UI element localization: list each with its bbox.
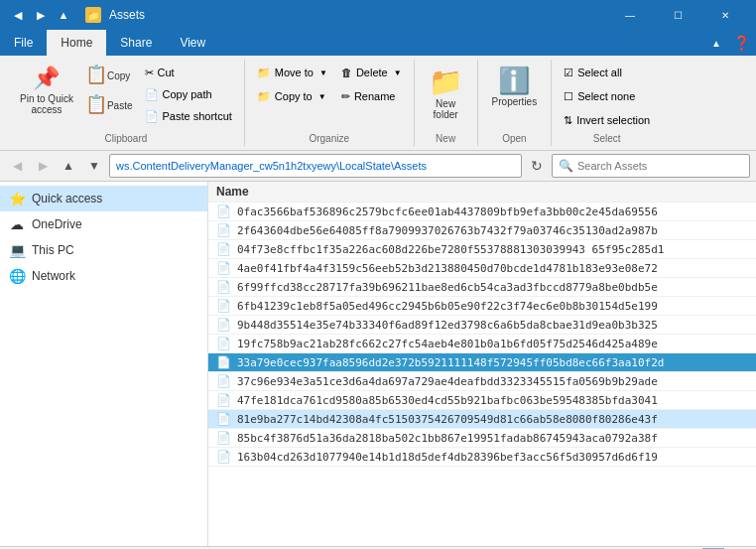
file-name: 33a79e0cec937faa8596dd2e372b5921111148f5… [237,356,664,369]
folder-icon: 📁 [429,66,463,98]
forward-button[interactable]: ▶ [32,155,54,177]
table-row[interactable]: 📄47fe181dca761cd9580a85b6530ed4cd55b921b… [208,391,756,410]
select-none-button[interactable]: ☐ Select none [558,85,656,107]
quick-access-back[interactable]: ◀ [8,5,28,25]
refresh-button[interactable]: ↻ [526,155,548,177]
copy-to-label: Copy to [275,90,313,102]
copy-button[interactable]: 📋 Copy [81,62,137,89]
copy-to-button[interactable]: 📁 Copy to ▼ [251,85,333,107]
copy-label: Copy [107,70,130,81]
paste-button[interactable]: 📋 Paste [81,91,137,119]
file-name: 6fb41239c1eb8f5a05ed496cc2945b6b05e90f22… [237,300,658,313]
file-icon: 📄 [216,261,231,275]
file-icon: 📄 [216,318,231,332]
file-icon: 📄 [216,450,231,464]
file-name: 04f73e8cffbc1f35a226ac608d226be7280f5537… [237,243,664,256]
ribbon-collapse[interactable]: ▲ [705,30,727,56]
file-icon: 📄 [216,374,231,388]
move-to-button[interactable]: 📁 Move to ▼ [251,62,333,83]
address-path: ws.ContentDeliveryManager_cw5n1h2txyewy\… [116,160,427,172]
pin-to-quick-access-button[interactable]: 📌 Pin to Quick access [14,62,79,119]
quick-access-forward[interactable]: ▶ [31,5,51,25]
rename-button[interactable]: ✏ Rename [335,85,408,107]
table-row[interactable]: 📄163b04cd263d1077940e14b1d18d5def4db2839… [208,448,756,467]
sidebar-item-this-pc[interactable]: 💻 This PC [0,237,207,263]
table-row[interactable]: 📄85bc4f3876d51a36da2818ba502c1bb867e1995… [208,429,756,448]
properties-label: Properties [492,96,538,107]
select-all-label: Select all [577,67,622,78]
file-name: 163b04cd263d1077940e14b1d18d5def4db28396… [237,451,658,464]
properties-button[interactable]: ℹ️ Properties [484,62,546,111]
table-row[interactable]: 📄6f99ffcd38cc28717fa39b696211bae8ed6cb54… [208,278,756,297]
table-row[interactable]: 📄9b448d35514e35e74b33340f6ad89f12ed3798c… [208,316,756,335]
this-pc-icon: 💻 [8,242,26,258]
ribbon: File Home Share View ▲ ❓ 📌 Pin to Quick … [0,30,756,151]
table-row[interactable]: 📄2f643604dbe56e64085ff8a7909937026763b74… [208,221,756,240]
table-row[interactable]: 📄37c96e934e3a51ce3d6a4da697a729ae4deafbd… [208,372,756,391]
file-icon: 📄 [216,223,231,237]
file-list-header: Name [208,182,756,203]
file-name: 81e9ba277c14bd42308a4fc5150375426709549d… [237,413,658,426]
back-button[interactable]: ◀ [6,155,28,177]
delete-button[interactable]: 🗑 Delete ▼ [335,62,408,83]
quick-access-up[interactable]: ▲ [54,5,73,25]
title-bar-left: ◀ ▶ ▲ 📁 Assets [8,5,145,25]
help-button[interactable]: ❓ [727,30,756,56]
maximize-button[interactable]: ☐ [655,0,700,30]
table-row[interactable]: 📄81e9ba277c14bd42308a4fc5150375426709549… [208,410,756,429]
file-icon: 📄 [216,299,231,313]
recent-locations-button[interactable]: ▼ [83,155,105,177]
paste-shortcut-label: Paste shortcut [163,110,232,122]
paste-icon: 📋 [85,93,107,115]
invert-selection-button[interactable]: ⇅ Invert selection [558,109,656,131]
file-icon: 📄 [216,412,231,426]
tab-home[interactable]: Home [47,30,106,56]
tab-share[interactable]: Share [106,30,166,56]
file-icon: 📄 [216,337,231,350]
file-icon: 📄 [216,205,231,218]
search-box[interactable]: 🔍 [552,154,750,178]
address-bar: ◀ ▶ ▲ ▼ ws.ContentDeliveryManager_cw5n1h… [0,151,756,182]
open-buttons: ℹ️ Properties [484,62,546,131]
table-row[interactable]: 📄19fc758b9ac21ab28fc662c27fc54aeb4e801b0… [208,335,756,353]
file-icon: 📄 [216,393,231,407]
organize-group-label: Organize [309,133,349,144]
new-folder-button[interactable]: 📁 New folder [421,62,471,124]
minimize-button[interactable]: — [607,0,653,30]
address-box[interactable]: ws.ContentDeliveryManager_cw5n1h2txyewy\… [109,154,522,178]
ribbon-content: 📌 Pin to Quick access 📋 Copy 📋 Paste [0,56,756,150]
search-icon: 🔍 [559,159,573,173]
sidebar-item-quick-access[interactable]: ⭐ Quick access [0,186,207,211]
search-input[interactable] [577,160,743,172]
rename-icon: ✏ [341,90,350,103]
table-row[interactable]: 📄33a79e0cec937faa8596dd2e372b5921111148f… [208,353,756,372]
sidebar-this-pc-label: This PC [32,243,74,257]
table-row[interactable]: 📄6fb41239c1eb8f5a05ed496cc2945b6b05e90f2… [208,297,756,316]
table-row[interactable]: 📄0fac3566baf536896c2579bcfc6ee01ab443780… [208,203,756,221]
organize-group: 📁 Move to ▼ 📁 Copy to ▼ 🗑 Delete ▼ [245,60,415,146]
cut-button[interactable]: ✂ Cut [139,62,238,83]
select-none-label: Select none [577,90,635,102]
clipboard-buttons: 📌 Pin to Quick access 📋 Copy 📋 Paste [14,62,238,131]
sidebar: ⭐ Quick access ☁ OneDrive 💻 This PC 🌐 Ne… [0,182,208,546]
ribbon-tabs: File Home Share View ▲ ❓ [0,30,756,56]
paste-shortcut-button[interactable]: 📄 Paste shortcut [139,105,238,127]
table-row[interactable]: 📄4ae0f41fbf4a4f3159c56eeb52b3d213880450d… [208,259,756,278]
up-button[interactable]: ▲ [58,155,79,177]
file-name: 6f99ffcd38cc28717fa39b696211bae8ed6cb54c… [237,281,658,294]
select-all-button[interactable]: ☑ Select all [558,62,656,83]
name-column-header: Name [216,185,249,199]
delete-label: Delete [356,67,388,78]
new-group: 📁 New folder New [415,60,478,146]
new-folder-label: New folder [434,98,458,120]
copy-dropdown-arrow: ▼ [318,92,326,101]
tab-file[interactable]: File [0,30,47,56]
sidebar-item-network[interactable]: 🌐 Network [0,263,207,289]
copy-path-button[interactable]: 📄 Copy path [139,83,238,105]
tab-view[interactable]: View [166,30,219,56]
file-list[interactable]: Name 📄0fac3566baf536896c2579bcfc6ee01ab4… [208,182,756,546]
sidebar-item-onedrive[interactable]: ☁ OneDrive [0,211,207,237]
table-row[interactable]: 📄04f73e8cffbc1f35a226ac608d226be7280f553… [208,240,756,259]
copy-to-icon: 📁 [257,90,271,103]
close-button[interactable]: ✕ [702,0,748,30]
